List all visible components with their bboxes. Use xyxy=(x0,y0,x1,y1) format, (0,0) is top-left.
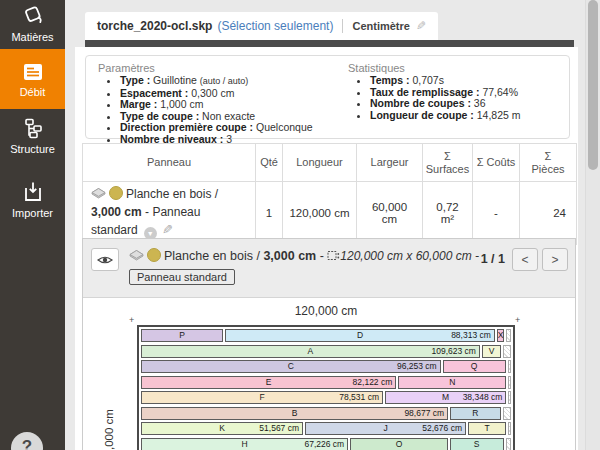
surface-cell: 0,72 m² xyxy=(423,182,473,245)
cut-row: PD88,313 cmX xyxy=(141,329,511,342)
cut-piece-X[interactable]: X xyxy=(497,329,504,342)
cut-row: A109,623 cmV xyxy=(141,345,511,358)
eye-toggle-button[interactable] xyxy=(91,248,119,271)
cut-row: C96,253 cmQ xyxy=(141,360,511,373)
piece-dimension: 38,348 cm xyxy=(463,392,503,403)
prev-sheet-button[interactable]: < xyxy=(512,248,538,271)
table-header-row: PanneauQtéLongueurLargeurΣ SurfacesΣ Coû… xyxy=(83,144,577,182)
scrollbar-thumb[interactable] xyxy=(588,0,598,170)
cut-row: E82,122 cmN xyxy=(141,376,511,389)
cut-piece-C[interactable]: C96,253 cm xyxy=(141,360,441,373)
cut-piece-P[interactable]: P xyxy=(141,329,223,342)
scrollbar[interactable] xyxy=(585,0,600,450)
sheet-title: Planche en bois / 3,000 cm - 120,000 cm … xyxy=(129,248,479,285)
sheet-width-label: 120,000 cm xyxy=(226,304,426,318)
cut-piece-D[interactable]: D88,313 cm xyxy=(225,329,495,342)
material-name: Planche en bois / xyxy=(126,187,218,201)
sidebar-item-label: Matières xyxy=(0,31,65,43)
cut-row: B98,677 cmR xyxy=(141,407,511,420)
cut-row: H67,226 cmOS xyxy=(141,438,511,450)
column-header: Σ Surfaces xyxy=(423,144,473,182)
materials-table: PanneauQtéLongueurLargeurΣ SurfacesΣ Coû… xyxy=(82,143,577,245)
tab-underline-bar xyxy=(85,40,574,47)
piece-dimension: 78,531 cm xyxy=(339,392,379,403)
piece-dimension: 82,122 cm xyxy=(353,377,393,388)
statistics-title: Statistiques xyxy=(348,62,521,74)
waste-strip xyxy=(503,407,511,420)
diagram-area: 120,000 cm 60,000 cm + + PD88,313 cmXA10… xyxy=(83,298,575,450)
piece-dimension: 51,567 cm xyxy=(259,423,299,434)
sidebar-item-structure[interactable]: Structure xyxy=(0,109,65,161)
costs-cell: - xyxy=(473,182,520,245)
parameters-section: Paramètres Type : Guillotine (auto / aut… xyxy=(98,60,313,146)
waste-strip xyxy=(508,376,511,389)
waste-strip xyxy=(506,438,512,450)
cutting-diagram-card: Planche en bois / 3,000 cm - 120,000 cm … xyxy=(82,238,576,450)
sheet-size-text: 120,000 cm x 60,000 cm - xyxy=(340,249,479,263)
table-row[interactable]: Planche en bois / 3,000 cm - Panneau sta… xyxy=(83,182,577,245)
cut-piece-T[interactable]: T xyxy=(468,422,506,435)
sidebar-item-importer[interactable]: Importer xyxy=(0,173,65,225)
sidebar-item-matieres[interactable]: Matières xyxy=(0,0,65,49)
sidebar: Matières Débit Structure xyxy=(0,0,65,450)
next-sheet-button[interactable]: > xyxy=(542,248,568,271)
parameters-title: Paramètres xyxy=(98,62,313,74)
piece-label: X xyxy=(498,330,503,341)
piece-dimension: 88,313 cm xyxy=(451,330,491,341)
help-button[interactable]: ? xyxy=(11,432,43,450)
material-name-cell: Planche en bois / 3,000 cm - Panneau sta… xyxy=(83,182,256,245)
cut-piece-H[interactable]: H67,226 cm xyxy=(141,438,348,450)
statistics-section: Statistiques Temps : 0,707sTaux de rempl… xyxy=(348,60,521,121)
piece-label: S xyxy=(451,439,503,450)
cut-piece-O[interactable]: O xyxy=(350,438,448,450)
width-cell: 60,000 cm xyxy=(357,182,423,245)
cut-piece-J[interactable]: J52,676 cm xyxy=(305,422,466,435)
diagram-card-header: Planche en bois / 3,000 cm - 120,000 cm … xyxy=(83,239,575,298)
column-header: Σ Pièces xyxy=(520,144,577,182)
cut-piece-N[interactable]: N xyxy=(398,376,506,389)
cutting-diagram: PD88,313 cmXA109,623 cmVC96,253 cmQE82,1… xyxy=(137,325,515,450)
cut-piece-E[interactable]: E82,122 cm xyxy=(141,376,396,389)
sheet-material-name: Planche en bois / xyxy=(164,249,263,263)
unit-label: Centimètre xyxy=(352,20,409,32)
edit-material-icon[interactable]: ✎ xyxy=(162,221,173,238)
length-cell: 120,000 cm xyxy=(283,182,357,245)
cut-piece-R[interactable]: R xyxy=(450,407,501,420)
cut-piece-F[interactable]: F78,531 cm xyxy=(141,391,383,404)
material-color-swatch xyxy=(109,186,123,200)
statistic-item: Longueur de coupe : 14,825 m xyxy=(370,110,521,122)
separator: - xyxy=(316,249,327,263)
cut-piece-Q[interactable]: Q xyxy=(443,360,506,373)
main-content: Paramètres Type : Guillotine (auto / aut… xyxy=(75,47,578,450)
sidebar-item-debit[interactable]: Débit xyxy=(0,49,65,109)
cut-piece-B[interactable]: B98,677 cm xyxy=(141,407,448,420)
edit-unit-icon[interactable]: ✎ xyxy=(416,19,426,33)
waste-strip xyxy=(503,345,511,358)
structure-icon xyxy=(20,116,46,140)
piece-label: A xyxy=(142,346,479,357)
cut-piece-K[interactable]: K51,567 cm xyxy=(141,422,303,435)
cut-piece-A[interactable]: A109,623 cm xyxy=(141,345,480,358)
cut-piece-M[interactable]: M38,348 cm xyxy=(385,391,506,404)
waste-strip xyxy=(508,422,511,435)
sheet-good-icon xyxy=(129,249,144,264)
sheet-thickness: 3,000 cm xyxy=(263,249,316,263)
pieces-cell: 24 xyxy=(520,182,577,245)
dimension-icon xyxy=(327,250,340,264)
file-tab[interactable]: torche_2020-ocl.skp (Sélection seulement… xyxy=(85,12,438,40)
qty-cell: 1 xyxy=(256,182,283,245)
corner-mark: + xyxy=(515,315,520,325)
column-header: Σ Coûts xyxy=(473,144,520,182)
paint-bucket-icon xyxy=(20,4,46,28)
cut-piece-V[interactable]: V xyxy=(482,345,501,358)
piece-label: T xyxy=(469,423,505,434)
piece-label: V xyxy=(483,346,500,357)
column-header: Largeur xyxy=(357,144,423,182)
material-type-badge: Panneau standard xyxy=(129,269,235,285)
cut-piece-S[interactable]: S xyxy=(450,438,504,450)
opencutlist-window: Matières Débit Structure xyxy=(0,0,600,450)
piece-label: C xyxy=(142,361,440,372)
column-header: Longueur xyxy=(283,144,357,182)
selection-link[interactable]: (Sélection seulement) xyxy=(217,19,333,33)
cut-row: F78,531 cmM38,348 cm xyxy=(141,391,511,404)
